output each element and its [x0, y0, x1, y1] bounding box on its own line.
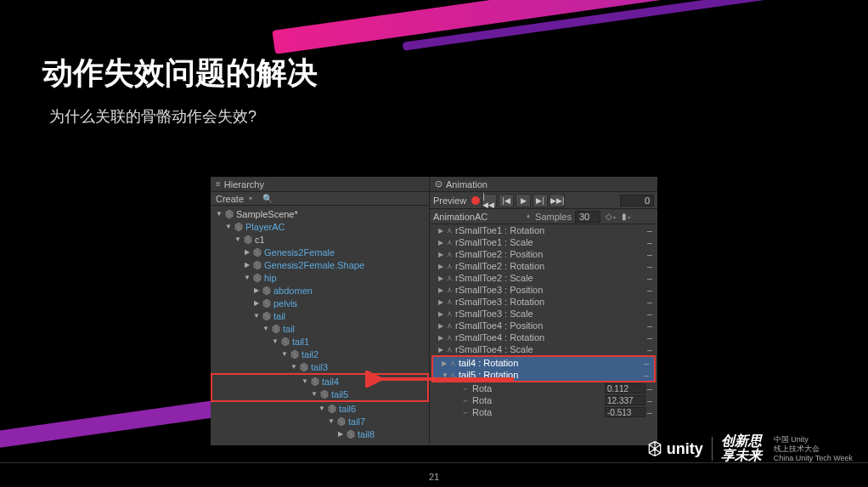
- expand-arrow-icon[interactable]: ▶: [335, 430, 346, 438]
- property-menu-icon[interactable]: –: [645, 225, 654, 235]
- property-row[interactable]: ▶⋏rSmallToe4 : Rotation–: [430, 331, 657, 343]
- property-menu-icon[interactable]: –: [645, 383, 654, 394]
- tree-row-playerac[interactable]: ▼PlayerAC: [211, 220, 429, 233]
- property-row[interactable]: ▶⋏rSmallToe3 : Rotation–: [430, 296, 657, 308]
- expand-arrow-icon[interactable]: ▶: [242, 261, 252, 269]
- expand-arrow-icon[interactable]: ▼: [289, 363, 299, 371]
- expand-arrow-icon[interactable]: ▶: [438, 310, 447, 318]
- preview-button[interactable]: Preview: [433, 195, 470, 206]
- tree-row-c1[interactable]: ▼c1: [211, 233, 429, 246]
- expand-arrow-icon[interactable]: ▶: [251, 286, 262, 294]
- tree-row-tail3[interactable]: ▼tail3: [211, 360, 429, 373]
- expand-arrow-icon[interactable]: ▶: [251, 299, 262, 307]
- tree-row-tail5[interactable]: ▼tail5: [212, 388, 427, 400]
- property-row[interactable]: ▶⋏rSmallToe1 : Rotation–: [430, 224, 657, 236]
- expand-arrow-icon[interactable]: ▼: [309, 390, 319, 398]
- tree-row-pelvis[interactable]: ▶pelvis: [211, 297, 429, 309]
- expand-arrow-icon[interactable]: ▼: [251, 312, 262, 320]
- expand-arrow-icon[interactable]: ▶: [438, 298, 447, 306]
- expand-arrow-icon[interactable]: ▶: [438, 275, 447, 282]
- tree-row-tail1[interactable]: ▼tail1: [211, 335, 429, 348]
- expand-arrow-icon[interactable]: ▼: [261, 325, 271, 332]
- property-row[interactable]: ▶⋏rSmallToe4 : Position–: [430, 320, 657, 331]
- hierarchy-tab[interactable]: ≡ Hierarchy: [211, 177, 429, 192]
- expand-arrow-icon[interactable]: ▶: [438, 251, 447, 258]
- prev-frame-button[interactable]: |◀: [499, 194, 514, 207]
- expand-arrow-icon[interactable]: ▶: [438, 346, 447, 354]
- expand-arrow-icon[interactable]: ▶: [242, 248, 252, 256]
- property-row[interactable]: ⌐Rota12.337–: [430, 394, 657, 406]
- property-menu-icon[interactable]: –: [645, 249, 654, 259]
- expand-arrow-icon[interactable]: ▼: [317, 405, 327, 412]
- property-row[interactable]: ▶⋏tail4 : Rotation–: [433, 357, 654, 369]
- frame-field[interactable]: 0: [620, 195, 654, 207]
- tree-row-genesis2female-shape[interactable]: ▶Genesis2Female.Shape: [211, 258, 429, 271]
- expand-arrow-icon[interactable]: ▼: [214, 210, 224, 218]
- tree-row-tail[interactable]: ▼tail: [211, 309, 429, 322]
- play-button[interactable]: ▶: [516, 194, 531, 207]
- clip-dropdown[interactable]: AnimationAC: [433, 212, 527, 222]
- add-keyframe-button[interactable]: ◇₊: [606, 212, 617, 221]
- expand-arrow-icon[interactable]: ▶: [442, 360, 450, 367]
- property-row[interactable]: ⌐Rota0.112–: [430, 382, 657, 394]
- record-button[interactable]: [471, 196, 480, 205]
- property-row[interactable]: ▶⋏rSmallToe3 : Scale–: [430, 308, 657, 320]
- property-row[interactable]: ▶⋏rSmallToe2 : Rotation–: [430, 260, 657, 272]
- tree-row-tail4[interactable]: ▼tail4: [212, 375, 427, 388]
- property-row[interactable]: ⌐Rota-0.513–: [430, 406, 657, 418]
- property-menu-icon[interactable]: –: [645, 285, 654, 295]
- property-menu-icon[interactable]: –: [645, 332, 654, 343]
- expand-arrow-icon[interactable]: ▶: [438, 322, 447, 330]
- tree-row-tail7[interactable]: ▼tail7: [211, 415, 429, 428]
- expand-arrow-icon[interactable]: ▼: [442, 371, 450, 379]
- expand-arrow-icon[interactable]: ▼: [223, 223, 234, 230]
- tree-row-tail8[interactable]: ▶tail8: [211, 428, 429, 440]
- property-row[interactable]: ▶⋏rSmallToe2 : Position–: [430, 248, 657, 260]
- property-menu-icon[interactable]: –: [642, 370, 651, 380]
- property-menu-icon[interactable]: –: [642, 358, 651, 368]
- first-frame-button[interactable]: |◀◀: [482, 194, 497, 207]
- property-row[interactable]: ▶⋏rSmallToe4 : Scale–: [430, 343, 657, 355]
- search-input[interactable]: 🔍: [257, 194, 273, 203]
- expand-arrow-icon[interactable]: ▼: [270, 337, 280, 345]
- add-event-button[interactable]: ▮₊: [622, 212, 631, 221]
- property-value[interactable]: 0.112: [605, 383, 645, 394]
- animation-tab[interactable]: ⊙ Animation: [430, 177, 657, 192]
- last-frame-button[interactable]: ▶▶|: [550, 194, 565, 207]
- expand-arrow-icon[interactable]: ▶: [438, 227, 447, 235]
- property-menu-icon[interactable]: –: [645, 309, 654, 319]
- samples-field[interactable]: 30: [575, 211, 600, 223]
- property-row[interactable]: ▶⋏rSmallToe1 : Scale–: [430, 236, 657, 248]
- property-menu-icon[interactable]: –: [645, 273, 654, 283]
- expand-arrow-icon[interactable]: ▶: [438, 239, 447, 246]
- expand-arrow-icon[interactable]: ▼: [242, 274, 252, 281]
- property-row[interactable]: ▶⋏rSmallToe3 : Position–: [430, 284, 657, 296]
- tree-row-genesis2female[interactable]: ▶Genesis2Female: [211, 246, 429, 258]
- create-dropdown[interactable]: Create: [216, 194, 244, 204]
- tree-row-samplescene-[interactable]: ▼SampleScene*: [211, 207, 429, 220]
- expand-arrow-icon[interactable]: ▼: [233, 235, 243, 243]
- tree-row-abdomen[interactable]: ▶abdomen: [211, 284, 429, 297]
- property-row[interactable]: ▶⋏rSmallToe2 : Scale–: [430, 272, 657, 284]
- property-menu-icon[interactable]: –: [645, 407, 654, 417]
- tree-row-tail2[interactable]: ▼tail2: [211, 348, 429, 360]
- property-value[interactable]: 12.337: [605, 395, 645, 405]
- tree-row-tail[interactable]: ▼tail: [211, 322, 429, 335]
- expand-arrow-icon[interactable]: ▼: [326, 417, 336, 425]
- tree-row-hip[interactable]: ▼hip: [211, 271, 429, 284]
- expand-arrow-icon[interactable]: ▶: [438, 334, 447, 342]
- expand-arrow-icon[interactable]: ▼: [279, 350, 290, 358]
- expand-arrow-icon[interactable]: ▶: [438, 263, 447, 270]
- expand-arrow-icon[interactable]: ▼: [300, 377, 310, 385]
- property-row[interactable]: ▼⋏tail5 : Rotation–: [433, 369, 654, 381]
- tree-row-tail6[interactable]: ▼tail6: [211, 402, 429, 415]
- next-frame-button[interactable]: ▶|: [533, 194, 548, 207]
- property-menu-icon[interactable]: –: [645, 395, 654, 405]
- property-menu-icon[interactable]: –: [645, 261, 654, 271]
- property-menu-icon[interactable]: –: [645, 344, 654, 354]
- property-menu-icon[interactable]: –: [645, 320, 654, 331]
- property-menu-icon[interactable]: –: [645, 237, 654, 247]
- expand-arrow-icon[interactable]: ▶: [438, 286, 447, 294]
- property-menu-icon[interactable]: –: [645, 297, 654, 307]
- property-value[interactable]: -0.513: [605, 407, 645, 417]
